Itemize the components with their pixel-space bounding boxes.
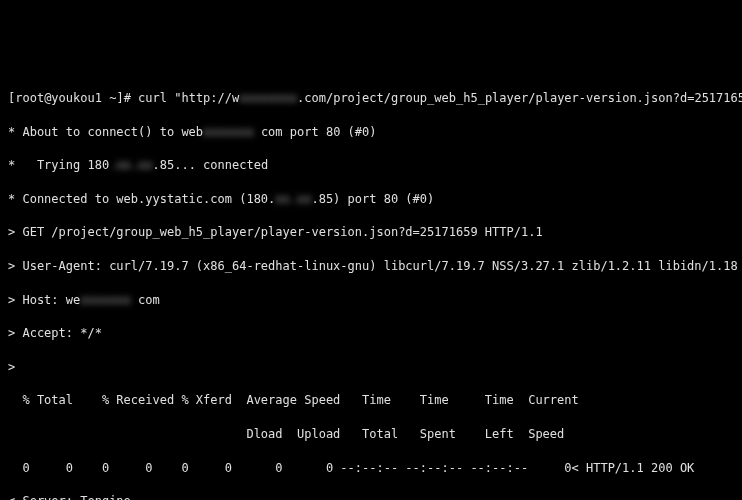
output-line: > Accept: */* — [8, 325, 734, 342]
output-line: > Host: wexxxxxxx com — [8, 292, 734, 309]
output-line: > User-Agent: curl/7.19.7 (x86_64-redhat… — [8, 258, 734, 275]
redacted: xx.xx — [275, 192, 311, 206]
prompt: [root@youkou1 ~]# — [8, 91, 138, 105]
redacted: .xx.xx — [109, 158, 152, 172]
table-header: % Total % Received % Xferd Average Speed… — [8, 392, 734, 409]
redacted: xxxxxxxx — [239, 91, 297, 105]
response-header: < Server: Tengine — [8, 493, 734, 500]
output-line: * About to connect() to webxxxxxxx com p… — [8, 124, 734, 141]
terminal-output: [root@youkou1 ~]# curl "http://wxxxxxxxx… — [8, 73, 734, 500]
output-line: > — [8, 359, 734, 376]
redacted: xxxxxxx — [203, 125, 254, 139]
output-line: * Trying 180.xx.xx.85... connected — [8, 157, 734, 174]
command-line: [root@youkou1 ~]# curl "http://wxxxxxxxx… — [8, 90, 734, 107]
table-header: Dload Upload Total Spent Left Speed — [8, 426, 734, 443]
redacted: xxxxxxx — [80, 293, 131, 307]
output-line: > GET /project/group_web_h5_player/playe… — [8, 224, 734, 241]
table-row: 0 0 0 0 0 0 0 0 --:--:-- --:--:-- --:--:… — [8, 460, 734, 477]
output-line: * Connected to web.yystatic.com (180.xx.… — [8, 191, 734, 208]
